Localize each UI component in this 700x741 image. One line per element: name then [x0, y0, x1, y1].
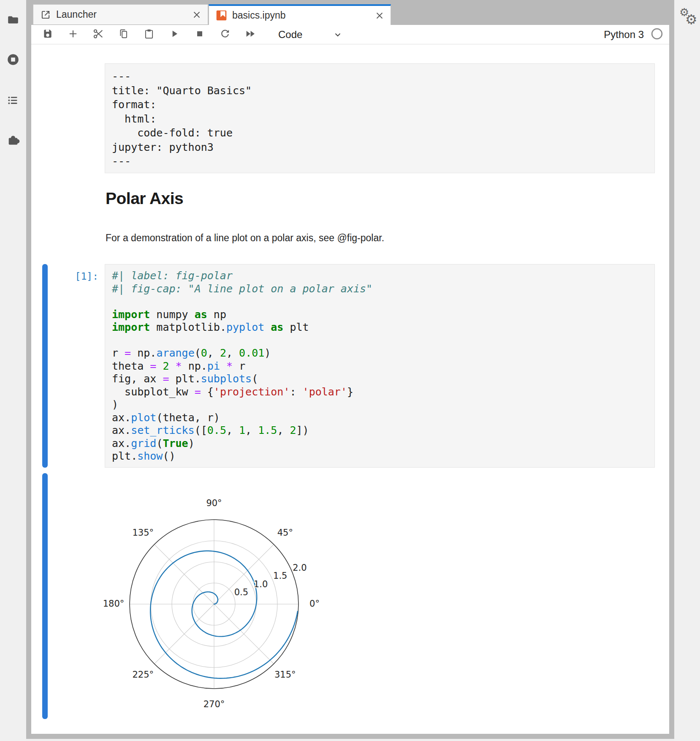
- raw-yaml-cell[interactable]: --- title: "Quarto Basics" format: html:…: [105, 63, 655, 173]
- svg-text:180°: 180°: [103, 599, 125, 609]
- kernel-indicator[interactable]: Python 3: [604, 27, 663, 42]
- input-collapser-bar[interactable]: [42, 264, 48, 468]
- run-icon: [169, 28, 180, 41]
- svg-text:225°: 225°: [132, 670, 154, 680]
- svg-text:135°: 135°: [132, 528, 154, 538]
- file-browser-button[interactable]: [0, 8, 26, 34]
- cell-type-dropdown[interactable]: Code: [278, 29, 343, 41]
- raw-yaml-content: --- title: "Quarto Basics" format: html:…: [105, 64, 654, 174]
- svg-text:2.0: 2.0: [293, 563, 307, 573]
- execution-count-prompt: [1]:: [44, 271, 98, 282]
- gear-icon: ⚙: [685, 13, 697, 26]
- add-cell-button[interactable]: [65, 26, 81, 43]
- left-sidebar: [0, 0, 26, 741]
- restart-icon: [220, 28, 231, 41]
- close-icon[interactable]: [192, 10, 202, 20]
- kernel-name: Python 3: [604, 29, 644, 41]
- save-icon: [42, 28, 53, 41]
- svg-text:0°: 0°: [309, 599, 320, 609]
- tab-launcher[interactable]: Launcher: [33, 4, 208, 25]
- close-icon[interactable]: [374, 11, 385, 21]
- chevron-down-icon: [333, 30, 343, 40]
- output-collapser-bar[interactable]: [42, 473, 48, 719]
- markdown-paragraph: For a demonstration of a line plot on a …: [106, 232, 384, 244]
- table-of-contents-button[interactable]: [0, 88, 26, 114]
- interrupt-kernel-button[interactable]: [192, 26, 207, 43]
- svg-text:45°: 45°: [277, 528, 293, 538]
- code-cell-editor[interactable]: #| label: fig-polar #| fig-cap: "A line …: [105, 264, 655, 468]
- copy-icon: [118, 28, 129, 41]
- paste-cell-button[interactable]: [141, 26, 157, 43]
- svg-text:1.5: 1.5: [273, 571, 287, 581]
- svg-text:0.5: 0.5: [234, 587, 248, 597]
- running-kernels-icon: [6, 53, 20, 68]
- folder-icon: [7, 14, 19, 28]
- tab-launcher-label: Launcher: [56, 9, 192, 20]
- code-content: #| label: fig-polar #| fig-cap: "A line …: [105, 264, 654, 468]
- paste-icon: [144, 28, 155, 41]
- kernel-idle-circle: [651, 27, 663, 42]
- polar-plot-output: 0°45°90°135°180°225°270°315°0.51.01.52.0: [96, 489, 332, 719]
- fast-forward-icon: [244, 28, 256, 41]
- extensions-puzzle-icon: [6, 133, 20, 148]
- cut-cell-button[interactable]: [91, 26, 106, 43]
- run-cell-button[interactable]: [167, 26, 182, 43]
- extensions-button[interactable]: [0, 128, 26, 154]
- notebook-icon: [216, 10, 227, 21]
- svg-text:270°: 270°: [203, 699, 225, 709]
- running-kernels-button[interactable]: [0, 47, 26, 74]
- restart-run-all-button[interactable]: [243, 26, 258, 43]
- tab-notebook-label: basics.ipynb: [232, 10, 374, 21]
- svg-text:90°: 90°: [206, 498, 222, 508]
- cut-icon: [92, 28, 104, 41]
- svg-text:315°: 315°: [274, 670, 296, 680]
- tab-notebook[interactable]: basics.ipynb: [209, 4, 391, 25]
- svg-text:1.0: 1.0: [254, 579, 268, 589]
- add-cell-icon: [68, 28, 79, 41]
- markdown-heading: Polar Axis: [106, 189, 183, 208]
- cell-type-value: Code: [278, 29, 302, 41]
- copy-cell-button[interactable]: [116, 26, 131, 43]
- restart-kernel-button[interactable]: [217, 26, 233, 43]
- right-sidebar: ⚙ ⚙: [674, 0, 700, 741]
- notebook-toolbar: Code Python 3: [31, 25, 669, 44]
- stop-icon: [194, 28, 205, 41]
- save-button[interactable]: [40, 26, 55, 43]
- launcher-icon: [40, 9, 51, 20]
- table-of-contents-icon: [7, 94, 19, 108]
